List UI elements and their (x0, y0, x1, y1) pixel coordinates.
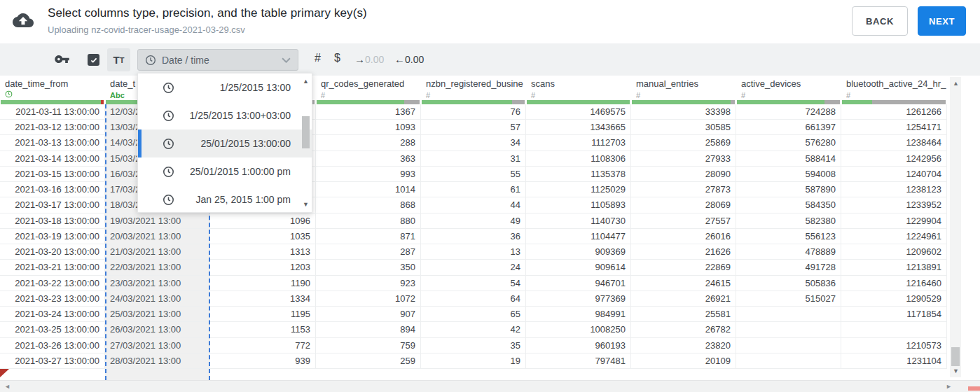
table-cell: 594008 (736, 167, 841, 182)
table-cell: 871 (316, 229, 421, 244)
table-cell: 57 (421, 120, 526, 135)
dropdown-option[interactable]: 25/01/2015 1:00:00 pm (138, 158, 312, 186)
table-cell: 1231104 (841, 354, 947, 369)
text-type-button[interactable]: TT (107, 48, 130, 71)
file-subtitle: Uploading nz-covid-tracer-usage-2021-03-… (48, 24, 245, 35)
table-cell: 61 (421, 182, 526, 197)
table-cell: 28/03/2021 13:00 (105, 354, 210, 369)
table-cell: 2021-03-11 13:00:00 (0, 104, 105, 120)
table-cell: 1216460 (841, 276, 947, 291)
table-cell: 21/03/2021 13:00 (105, 244, 210, 260)
table-cell: 28090 (631, 167, 736, 182)
dropdown-option[interactable]: 25/01/2015 13:00:00 (138, 130, 312, 158)
table-cell: 30585 (631, 120, 736, 135)
dropdown-scroll-down-icon[interactable]: ▼ (303, 201, 309, 208)
table-cell: 894 (316, 322, 421, 337)
clock-icon (163, 166, 174, 178)
column-name: active_devices (741, 78, 841, 90)
table-cell: 2021-03-23 13:00:00 (0, 291, 105, 307)
table-cell: 2021-03-24 13:00:00 (0, 307, 105, 322)
table-cell: 1213891 (841, 260, 947, 275)
table-cell: 1035 (210, 229, 316, 244)
integer-type-button[interactable]: # (315, 52, 321, 64)
clock-icon (145, 55, 156, 66)
table-cell: 797481 (526, 354, 631, 369)
table-cell: 2021-03-17 13:00:00 (0, 197, 105, 213)
table-cell: 1233952 (841, 197, 947, 213)
dropdown-scroll-up-icon[interactable]: ▲ (303, 78, 309, 85)
column-header[interactable]: bluetooth_active_24_hr_# (841, 76, 947, 104)
table-cell: 13 (421, 244, 526, 260)
page-title: Select columns type, precision, and the … (48, 6, 367, 20)
table-cell: 584350 (736, 197, 841, 213)
table-cell: 31 (421, 151, 526, 167)
table-cell: 2021-03-27 13:00:00 (0, 354, 105, 369)
table-cell: 1469575 (526, 104, 631, 120)
dropdown-option[interactable]: 1/25/2015 13:00+03:00 (138, 102, 312, 130)
table-cell: 515027 (736, 291, 841, 307)
column-name: manual_entries (636, 78, 736, 90)
type-dropdown[interactable]: Date / time (137, 49, 298, 71)
table-cell: 350 (316, 260, 421, 275)
number-type-label: # (741, 91, 745, 99)
column-name: nzbn_registered_busine (426, 78, 526, 90)
table-cell: 26921 (631, 291, 736, 307)
table-cell: 1210573 (841, 338, 947, 354)
column-name: bluetooth_active_24_hr_ (846, 78, 947, 90)
table-cell: 1290529 (841, 291, 947, 307)
table-cell: 19/03/2021 13:00 (105, 214, 210, 229)
next-button[interactable]: NEXT (918, 6, 966, 36)
table-cell: 1229904 (841, 214, 947, 229)
table-cell: 2021-03-19 13:00:00 (0, 229, 105, 244)
table-cell: 49 (421, 214, 526, 229)
scroll-left-icon[interactable]: ◄ (4, 383, 11, 390)
table-cell: 946701 (526, 276, 631, 291)
table-cell: 26016 (631, 229, 736, 244)
table-cell: 2021-03-15 13:00:00 (0, 167, 105, 182)
table-cell: 2021-03-13 13:00:00 (0, 135, 105, 150)
decrease-precision-button[interactable]: ←0.00 (394, 53, 424, 65)
clock-icon (163, 138, 174, 150)
table-cell: 1343665 (526, 120, 631, 135)
table-cell: 36 (421, 229, 526, 244)
primary-key-icon[interactable] (54, 54, 70, 66)
table-cell: 1008250 (526, 322, 631, 337)
table-cell: 2021-03-14 13:00:00 (0, 151, 105, 167)
table-cell: 19 (421, 354, 526, 369)
table-cell: 1313 (210, 244, 316, 260)
table-cell: 1254171 (841, 120, 947, 135)
vertical-scrollbar-thumb[interactable] (951, 347, 960, 366)
column-header[interactable]: qr_codes_generated# (316, 76, 421, 104)
increase-precision-button[interactable]: →0.00 (354, 53, 384, 65)
column-header[interactable]: nzbn_registered_busine# (421, 76, 526, 104)
table-cell: 2021-03-26 13:00:00 (0, 338, 105, 354)
column-header[interactable]: manual_entries# (631, 76, 736, 104)
select-column-checkbox[interactable] (88, 54, 99, 66)
column-header[interactable]: scans# (526, 76, 631, 104)
table-cell: 24 (421, 260, 526, 275)
scroll-right-icon[interactable]: ► (946, 383, 952, 390)
back-button[interactable]: BACK (852, 6, 908, 36)
table-cell: 27933 (631, 151, 736, 167)
table-cell: 1261266 (841, 104, 947, 120)
dropdown-option[interactable]: 1/25/2015 13:00 (138, 74, 312, 102)
horizontal-scrollbar-thumb[interactable] (968, 386, 980, 391)
dropdown-scrollbar-thumb[interactable] (302, 116, 310, 148)
dropdown-option[interactable]: Jan 25, 2015 1:00 pm (138, 186, 312, 214)
scroll-up-icon[interactable]: ▲ (953, 80, 959, 87)
table-cell: 24/03/2021 13:00 (105, 291, 210, 307)
table-cell: 21626 (631, 244, 736, 260)
table-cell (736, 322, 841, 337)
table-cell: 1240704 (841, 167, 947, 182)
upload-cloud-icon (13, 11, 34, 32)
currency-type-button[interactable]: $ (334, 52, 340, 64)
column-header[interactable]: active_devices# (736, 76, 841, 104)
horizontal-scrollbar[interactable]: ◄ ► (0, 380, 980, 392)
table-cell: 2021-03-20 13:00:00 (0, 244, 105, 260)
table-cell: 76 (421, 104, 526, 120)
table-cell: 907 (316, 307, 421, 322)
vertical-scrollbar[interactable]: ▲ ▼ (950, 77, 961, 377)
scroll-down-icon[interactable]: ▼ (953, 368, 959, 374)
table-cell: 27/03/2021 13:00 (105, 338, 210, 354)
column-header[interactable]: date_time_from (0, 76, 105, 104)
